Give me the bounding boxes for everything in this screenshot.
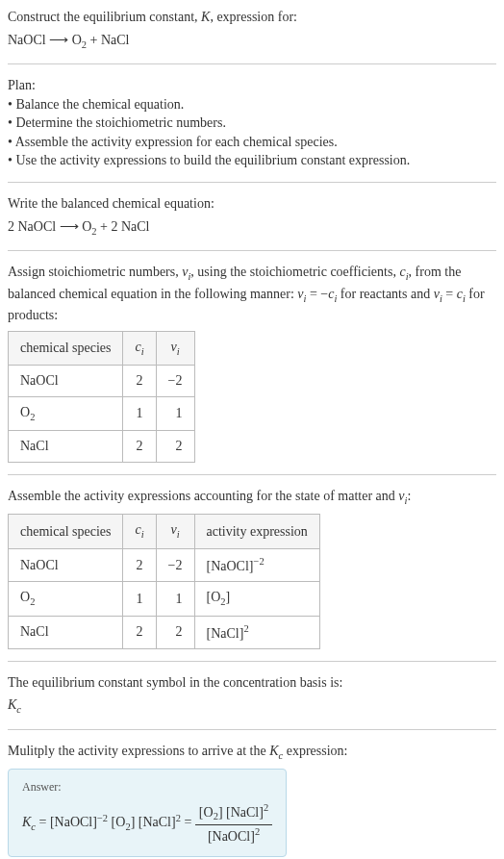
nu-sub: i <box>177 529 180 540</box>
numerator: [O2] [NaCl]2 <box>195 801 272 825</box>
eq-arrow: ⟶ <box>46 33 72 47</box>
intro-K: K <box>201 10 210 24</box>
text: O <box>20 405 30 419</box>
fraction: [O2] [NaCl]2[NaOCl]2 <box>195 801 272 846</box>
cell-nui: 1 <box>156 396 194 430</box>
text: , using the stoichiometric coefficients, <box>190 265 399 279</box>
text: [NaOCl] <box>207 558 254 572</box>
term: ] [NaCl] <box>218 805 264 820</box>
eq-rhs: + 2 NaCl <box>97 219 150 234</box>
plan-item: Assemble the activity expression for eac… <box>8 133 496 152</box>
intro-equation: NaOCl ⟶ O2 + NaCl <box>8 31 496 52</box>
answer-equation: Kc = [NaOCl]−2 [O2] [NaCl]2 = [O2] [NaCl… <box>22 801 272 846</box>
stoich-text: Assign stoichiometric numbers, νi, using… <box>8 263 496 325</box>
text: = − <box>306 287 328 301</box>
sup: 2 <box>255 826 260 837</box>
table-header-row: chemical species ci νi activity expressi… <box>9 515 320 548</box>
text: [NaCl] <box>207 625 244 640</box>
final-section: Mulitply the activity expressions to arr… <box>8 742 496 857</box>
text: expression: <box>283 744 347 758</box>
plan-item: Determine the stoichiometric numbers. <box>8 114 496 133</box>
cell-species: O2 <box>9 582 123 616</box>
sub: 2 <box>30 412 35 422</box>
balanced-title: Write the balanced chemical equation: <box>8 194 496 214</box>
header-nui: νi <box>156 515 194 548</box>
eq: = <box>36 816 50 830</box>
sup: 2 <box>264 802 268 813</box>
balanced-section: Write the balanced chemical equation: 2 … <box>8 194 496 251</box>
sup: −2 <box>97 813 108 823</box>
K: K <box>269 744 278 758</box>
header-species: chemical species <box>9 515 123 548</box>
cell-ci: 2 <box>123 616 156 648</box>
text: O <box>20 590 30 604</box>
cell-ci: 2 <box>123 431 156 463</box>
text: Assemble the activity expressions accoun… <box>8 489 398 503</box>
plan-title: Plan: <box>8 76 496 95</box>
cell-nui: −2 <box>156 366 194 397</box>
text: [O <box>207 590 221 604</box>
cell-nui: −2 <box>156 548 194 581</box>
cell-nui: 2 <box>156 616 194 648</box>
table-row: NaCl 2 2 [NaCl]2 <box>9 616 320 648</box>
plan-item: Use the activity expressions to build th… <box>8 151 496 170</box>
cell-species: NaCl <box>9 431 123 463</box>
text: for reactants and <box>337 287 433 301</box>
table-row: O2 1 1 [O2] <box>9 582 320 616</box>
K-sub: c <box>16 704 21 715</box>
plan-section: Plan: Balance the chemical equation. Det… <box>8 76 496 183</box>
activity-table: chemical species ci νi activity expressi… <box>8 514 320 648</box>
c-sub: i <box>141 529 144 540</box>
term: [NaOCl] <box>50 816 97 830</box>
cell-ci: 1 <box>123 396 156 430</box>
text: Assign stoichiometric numbers, <box>8 265 182 279</box>
K: K <box>8 697 16 712</box>
sub: 2 <box>30 596 35 607</box>
denominator: [NaOCl]2 <box>195 825 272 846</box>
header-activity: activity expression <box>194 515 319 548</box>
table-row: O2 1 1 <box>9 396 195 430</box>
term: [O <box>112 816 126 830</box>
intro-section: Construct the equilibrium constant, K, e… <box>8 8 496 64</box>
cell-nui: 2 <box>156 431 194 463</box>
term: [O <box>199 805 214 820</box>
cell-species: O2 <box>9 396 123 430</box>
cell-ci: 2 <box>123 366 156 397</box>
header-ci: ci <box>123 515 156 548</box>
intro-text: Construct the equilibrium constant, <box>8 10 201 24</box>
plan-list: Balance the chemical equation. Determine… <box>8 95 496 170</box>
text: = <box>442 287 457 301</box>
eq-rhs: O <box>72 33 82 47</box>
cell-species: NaCl <box>9 616 123 648</box>
eq-arrow: ⟶ <box>60 219 79 234</box>
header-species: chemical species <box>9 331 123 365</box>
cell-activity: [O2] <box>194 582 319 616</box>
symbol-text: The equilibrium constant symbol in the c… <box>8 673 496 693</box>
answer-box: Answer: Kc = [NaOCl]−2 [O2] [NaCl]2 = [O… <box>8 769 287 856</box>
cell-species: NaOCl <box>9 548 123 581</box>
term: [NaOCl] <box>208 829 255 844</box>
intro-line1: Construct the equilibrium constant, K, e… <box>8 8 496 27</box>
term: [NaCl] <box>139 816 176 830</box>
table-header-row: chemical species ci νi <box>9 331 195 365</box>
final-text: Mulitply the activity expressions to arr… <box>8 742 496 763</box>
cell-species: NaOCl <box>9 366 123 397</box>
table-row: NaOCl 2 −2 <box>9 366 195 397</box>
nu-sub: i <box>177 345 180 356</box>
text: : <box>407 489 411 503</box>
balanced-equation: 2 NaOCl ⟶ O2 + 2 NaCl <box>8 217 496 239</box>
table-row: NaCl 2 2 <box>9 431 195 463</box>
text: ] <box>226 590 231 604</box>
stoich-section: Assign stoichiometric numbers, νi, using… <box>8 263 496 475</box>
c-sub: i <box>141 345 144 356</box>
stoich-table: chemical species ci νi NaOCl 2 −2 O2 1 1… <box>8 331 195 463</box>
eq-rhs: + NaCl <box>87 33 129 47</box>
header-ci: ci <box>123 331 156 365</box>
plan-item: Balance the chemical equation. <box>8 95 496 114</box>
text: Mulitply the activity expressions to arr… <box>8 744 269 758</box>
symbol-section: The equilibrium constant symbol in the c… <box>8 673 496 730</box>
eq-lhs: 2 NaOCl <box>8 219 60 234</box>
eq-rhs: O <box>79 219 92 234</box>
header-nui: νi <box>156 331 194 365</box>
cell-ci: 1 <box>123 582 156 616</box>
